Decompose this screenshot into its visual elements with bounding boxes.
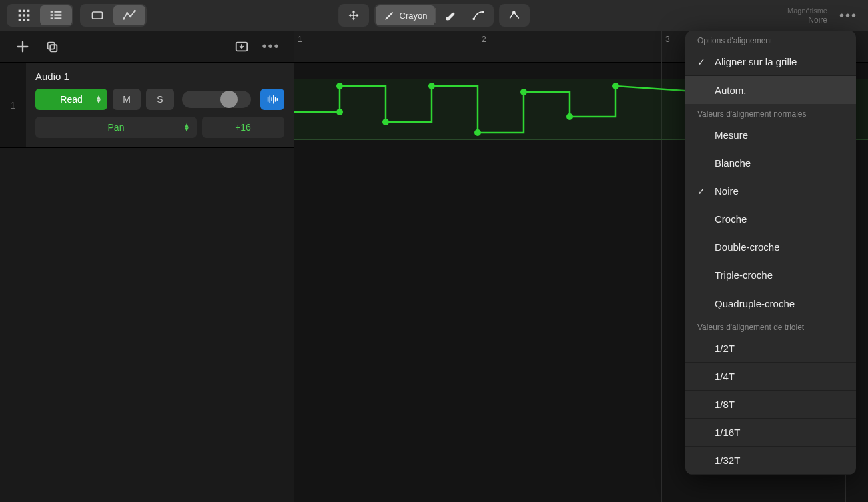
move-tool-button[interactable]	[340, 5, 368, 25]
svg-point-37	[520, 89, 527, 95]
svg-point-19	[134, 10, 136, 12]
pencil-tool-label: Crayon	[400, 11, 428, 21]
menu-section-triolet: Valeurs d'alignement de triolet	[685, 317, 856, 335]
toolbar-more-button[interactable]: •••	[835, 8, 861, 23]
single-track-button[interactable]	[81, 5, 113, 25]
track-subbar: •••	[0, 31, 294, 63]
menu-item-quadruple-croche[interactable]: Quadruple-croche	[685, 289, 856, 317]
menu-item-t14[interactable]: 1/4T	[685, 363, 856, 391]
volume-thumb[interactable]	[220, 91, 238, 108]
automation-mode-label: Read	[60, 94, 82, 105]
curve-tool-button[interactable]	[464, 5, 492, 25]
volume-slider[interactable]	[182, 91, 251, 108]
svg-point-35	[428, 83, 435, 89]
svg-rect-2	[27, 10, 29, 12]
node-tool-group	[499, 4, 530, 27]
snap-info: Magnétisme Noire •••	[787, 6, 861, 25]
svg-rect-11	[51, 14, 53, 16]
svg-point-20	[473, 17, 476, 20]
svg-rect-14	[55, 17, 62, 19]
chevron-updown-icon: ▲▼	[95, 95, 102, 103]
solo-button[interactable]: S	[146, 89, 174, 110]
svg-point-17	[126, 12, 128, 14]
svg-point-16	[123, 17, 125, 19]
check-icon: ✓	[697, 186, 705, 197]
svg-rect-6	[19, 19, 21, 21]
menu-item-double-croche[interactable]: Double-croche	[685, 233, 856, 261]
menu-item-noire[interactable]: ✓ Noire	[685, 177, 856, 205]
svg-point-33	[336, 83, 343, 89]
automation-param-value[interactable]: +16	[202, 117, 284, 138]
svg-point-38	[566, 113, 573, 120]
waveform-mode-button[interactable]	[260, 89, 284, 110]
grid-view-button[interactable]	[8, 5, 40, 25]
import-button[interactable]	[231, 36, 252, 57]
svg-rect-7	[23, 19, 25, 21]
svg-point-21	[482, 11, 484, 13]
svg-rect-1	[23, 10, 25, 12]
menu-item-autom[interactable]: Autom.	[685, 76, 856, 104]
menu-section-normal: Valeurs d'alignement normales	[685, 104, 856, 121]
automation-view-button[interactable]	[113, 5, 145, 25]
menu-item-triple-croche[interactable]: Triple-croche	[685, 261, 856, 289]
automation-node-tool-button[interactable]	[500, 5, 528, 25]
view-mode-group	[7, 4, 73, 27]
svg-rect-23	[48, 42, 55, 49]
svg-rect-13	[51, 17, 53, 19]
menu-item-mesure[interactable]: Mesure	[685, 121, 856, 149]
snap-menu: Options d'alignement ✓ Aligner sur la gr…	[685, 31, 856, 475]
brush-tool-button[interactable]	[436, 5, 464, 25]
menu-item-t132[interactable]: 1/32T	[685, 447, 856, 475]
automation-param-select[interactable]: Pan ▲▼	[35, 117, 197, 138]
move-tool-group	[338, 4, 369, 27]
svg-rect-15	[93, 12, 103, 19]
svg-rect-4	[23, 14, 25, 16]
svg-rect-3	[19, 14, 21, 16]
svg-rect-5	[27, 14, 29, 16]
add-track-button[interactable]	[12, 36, 33, 57]
automation-param-label: Pan	[108, 122, 125, 133]
snap-value: Noire	[787, 15, 827, 25]
svg-point-36	[474, 129, 481, 136]
ruler-bar-label: 2	[482, 35, 486, 44]
single-automation-group	[80, 4, 147, 27]
pencil-tool-button[interactable]: Crayon	[376, 5, 436, 25]
duplicate-track-button[interactable]	[41, 36, 63, 57]
svg-rect-0	[19, 10, 21, 12]
track-header[interactable]: Audio 1 Read ▲▼ M S	[26, 63, 294, 147]
automation-mode-select[interactable]: Read ▲▼	[35, 89, 107, 110]
track-index: 1	[0, 63, 26, 147]
svg-rect-12	[55, 14, 62, 16]
mute-button[interactable]: M	[113, 89, 141, 110]
track-name[interactable]: Audio 1	[35, 71, 284, 82]
track-headers-column: ••• 1 Audio 1 Read ▲▼ M S	[0, 31, 294, 502]
track-more-button[interactable]: •••	[260, 36, 282, 57]
svg-rect-24	[50, 45, 57, 51]
track-row: 1 Audio 1 Read ▲▼ M S	[0, 63, 294, 148]
snap-label[interactable]: Magnétisme Noire	[787, 6, 827, 25]
svg-rect-10	[55, 11, 62, 13]
svg-point-41	[336, 109, 343, 115]
svg-point-22	[512, 11, 516, 14]
ruler-bar-label: 3	[665, 35, 670, 44]
edit-tools: Crayon	[338, 4, 530, 27]
menu-section-options: Options d'alignement	[685, 31, 856, 48]
ruler-bar-label: 1	[298, 35, 302, 44]
menu-item-t18[interactable]: 1/8T	[685, 391, 856, 419]
main-toolbar: Crayon Magnétisme Noire •••	[0, 0, 868, 31]
check-icon: ✓	[697, 57, 705, 67]
menu-item-t116[interactable]: 1/16T	[685, 419, 856, 447]
menu-item-croche[interactable]: Croche	[685, 205, 856, 233]
menu-item-align-grid[interactable]: ✓ Aligner sur la grille	[685, 48, 856, 76]
svg-rect-8	[27, 19, 29, 21]
svg-point-39	[612, 83, 619, 89]
svg-point-18	[129, 15, 131, 17]
menu-item-blanche[interactable]: Blanche	[685, 149, 856, 177]
chevron-updown-icon: ▲▼	[183, 123, 190, 131]
svg-point-34	[382, 119, 389, 125]
menu-item-t12[interactable]: 1/2T	[685, 335, 856, 363]
snap-title: Magnétisme	[787, 6, 827, 15]
draw-tool-group: Crayon	[374, 4, 494, 27]
list-view-button[interactable]	[40, 5, 72, 25]
svg-rect-9	[51, 11, 53, 13]
